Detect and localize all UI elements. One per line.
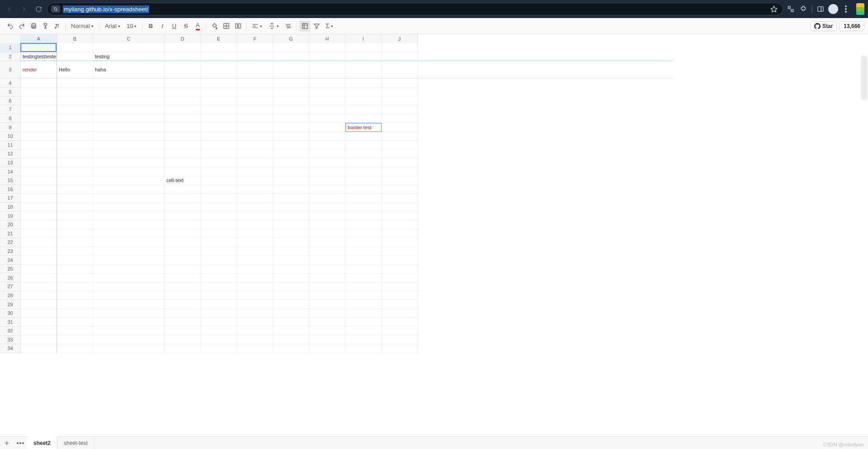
row-header-21[interactable]: 21 xyxy=(0,229,20,238)
divider xyxy=(65,22,66,30)
redo-button[interactable] xyxy=(16,21,27,32)
site-info-icon[interactable] xyxy=(51,5,60,13)
row-header-34[interactable]: 34 xyxy=(0,344,20,353)
side-panel-icon[interactable] xyxy=(816,4,826,14)
column-header-B[interactable]: B xyxy=(57,34,93,43)
row-header-31[interactable]: 31 xyxy=(0,318,20,327)
print-button[interactable] xyxy=(28,21,39,32)
row-header-7[interactable]: 7 xyxy=(0,105,20,114)
row-header-15[interactable]: 15 xyxy=(0,176,20,185)
column-header-C[interactable]: C xyxy=(93,34,165,43)
cell-B3[interactable]: Hello xyxy=(57,61,93,79)
forward-button[interactable] xyxy=(18,3,30,15)
row-header-25[interactable]: 25 xyxy=(0,265,20,274)
row-header-18[interactable]: 18 xyxy=(0,203,20,212)
row-header-30[interactable]: 30 xyxy=(0,309,20,318)
font-family-dropdown[interactable]: Arial▾ xyxy=(102,21,123,32)
row-header-29[interactable]: 29 xyxy=(0,300,20,309)
vertical-scrollbar[interactable] xyxy=(861,55,867,100)
italic-button[interactable]: I xyxy=(157,21,168,32)
spreadsheet-grid[interactable]: ABCDEFGHIJ 12345678910111213141516171819… xyxy=(0,34,868,436)
row-header-23[interactable]: 23 xyxy=(0,247,20,256)
bookmark-star-icon[interactable] xyxy=(769,4,779,14)
svg-point-4 xyxy=(845,8,847,10)
row-header-6[interactable]: 6 xyxy=(0,97,20,106)
row-header-27[interactable]: 27 xyxy=(0,282,20,291)
row-header-28[interactable]: 28 xyxy=(0,291,20,300)
row-header-14[interactable]: 14 xyxy=(0,167,20,176)
github-star-button[interactable]: Star xyxy=(810,21,837,31)
profile-avatar[interactable] xyxy=(828,4,838,14)
omnibox[interactable]: myliang.github.io/x-spreadsheet/ xyxy=(47,3,783,15)
freeze-button[interactable] xyxy=(299,21,310,32)
row-header-10[interactable]: 10 xyxy=(0,132,20,141)
cell-A3[interactable]: render xyxy=(21,61,57,79)
row-header-32[interactable]: 32 xyxy=(0,327,20,336)
font-size-dropdown[interactable]: 10▾ xyxy=(124,21,139,32)
sheet-tab-sheet2[interactable]: sheet2 xyxy=(27,436,57,449)
row-header-17[interactable]: 17 xyxy=(0,194,20,203)
undo-button[interactable] xyxy=(5,21,15,32)
chevron-down-icon: ▾ xyxy=(134,24,137,28)
cell-C3[interactable]: haha xyxy=(93,61,165,79)
row-header-1[interactable]: 1 xyxy=(0,43,20,52)
back-button[interactable] xyxy=(4,3,15,15)
chevron-down-icon: ▾ xyxy=(260,24,262,28)
row-header-16[interactable]: 16 xyxy=(0,185,20,194)
text-wrap-button[interactable] xyxy=(283,21,293,32)
cell-C2[interactable]: testing xyxy=(93,52,165,61)
column-header-J[interactable]: J xyxy=(382,34,418,43)
strikethrough-button[interactable]: S xyxy=(180,21,191,32)
underline-button[interactable]: U xyxy=(169,21,179,32)
github-icon xyxy=(814,23,821,29)
bold-button[interactable]: B xyxy=(145,21,156,32)
select-all-corner[interactable] xyxy=(0,34,21,43)
row-header-9[interactable]: 9 xyxy=(0,123,20,132)
horizontal-align-dropdown[interactable]: ▾ xyxy=(249,21,265,32)
row-header-19[interactable]: 19 xyxy=(0,211,20,220)
row-header-3[interactable]: 3 xyxy=(0,61,20,79)
format-dropdown[interactable]: Normal▾ xyxy=(68,21,96,32)
row-header-24[interactable]: 24 xyxy=(0,256,20,265)
row-header-26[interactable]: 26 xyxy=(0,273,20,282)
row-header-8[interactable]: 8 xyxy=(0,114,20,123)
menu-icon[interactable] xyxy=(841,4,851,14)
vertical-align-dropdown[interactable]: ▾ xyxy=(266,21,282,32)
merge-cells-button[interactable] xyxy=(232,21,243,32)
svg-rect-12 xyxy=(302,23,307,28)
row-header-5[interactable]: 5 xyxy=(0,88,20,97)
extensions-icon[interactable] xyxy=(798,4,808,14)
column-header-E[interactable]: E xyxy=(201,34,237,43)
fill-color-button[interactable] xyxy=(209,21,220,32)
filter-button[interactable] xyxy=(311,21,322,32)
column-header-I[interactable]: I xyxy=(345,34,382,43)
row-header-4[interactable]: 4 xyxy=(0,79,20,88)
translate-icon[interactable] xyxy=(786,4,796,14)
clear-format-button[interactable] xyxy=(52,21,62,32)
text-color-button[interactable]: A xyxy=(192,21,203,32)
column-header-A[interactable]: A xyxy=(21,34,57,43)
row-header-33[interactable]: 33 xyxy=(0,336,20,345)
cell-A2[interactable]: testingtesttestets xyxy=(21,52,57,61)
functions-dropdown[interactable]: Σ▾ xyxy=(323,21,336,32)
column-header-H[interactable]: H xyxy=(309,34,345,43)
column-header-D[interactable]: D xyxy=(165,34,201,43)
row-header-13[interactable]: 13 xyxy=(0,159,20,168)
row-header-20[interactable]: 20 xyxy=(0,220,20,229)
row-header-22[interactable]: 22 xyxy=(0,238,20,247)
github-star-count[interactable]: 13,666 xyxy=(840,21,864,31)
paint-format-button[interactable] xyxy=(40,21,51,32)
sheet-list-button[interactable] xyxy=(14,437,27,449)
sheet-tabs-bar: sheet2sheet-test CSDN @volodyan xyxy=(0,436,868,449)
row-header-12[interactable]: 12 xyxy=(0,150,20,159)
column-header-F[interactable]: F xyxy=(237,34,273,43)
row-header-2[interactable]: 2 xyxy=(0,52,20,61)
reload-button[interactable] xyxy=(33,3,44,15)
row-header-11[interactable]: 11 xyxy=(0,141,20,150)
cell-D15[interactable]: cell-text xyxy=(165,176,201,185)
sheet-tab-sheet-test[interactable]: sheet-test xyxy=(57,437,94,449)
borders-button[interactable] xyxy=(221,21,231,32)
add-sheet-button[interactable] xyxy=(0,437,14,449)
cell-I9[interactable]: border test xyxy=(345,123,382,132)
column-header-G[interactable]: G xyxy=(273,34,309,43)
